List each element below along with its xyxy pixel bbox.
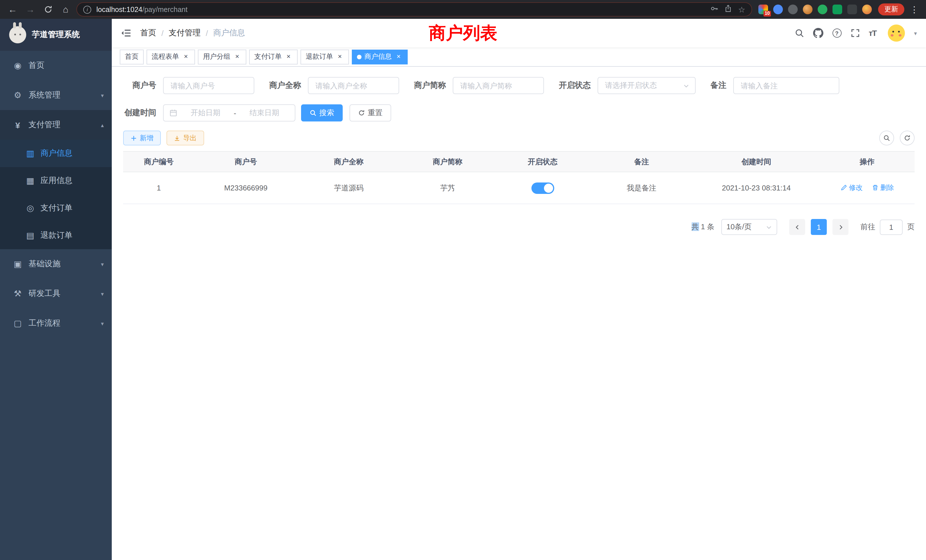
avatar[interactable]: [888, 24, 905, 42]
tab-merchant-info[interactable]: 商户信息 ×: [352, 49, 408, 64]
tab-user-group[interactable]: 用户分组 ×: [198, 49, 246, 64]
sidebar-menu: ◉ 首页 ⚙ 系统管理 ▾ ¥ 支付管理 ▴ ▥ 商户信息: [0, 51, 112, 560]
browser-update-button[interactable]: 更新: [878, 3, 904, 15]
sidebar-fold-icon[interactable]: [121, 28, 131, 38]
export-button-label: 导出: [183, 133, 197, 143]
calendar-icon: [169, 109, 177, 117]
sidebar-item-devtools[interactable]: ⚒ 研发工具 ▾: [0, 279, 112, 309]
chevron-down-icon: [766, 224, 772, 230]
extension-icon-2[interactable]: [773, 5, 783, 14]
edit-link[interactable]: 修改: [840, 183, 862, 193]
address-bar[interactable]: i localhost:1024/pay/merchant ☆: [76, 2, 752, 17]
status-toggle[interactable]: [531, 182, 554, 194]
start-date-placeholder: 开始日期: [181, 108, 230, 118]
page-content: 商户号 商户全称 商户简称 开启状态 请选择开启状态: [112, 67, 926, 560]
github-icon[interactable]: [813, 28, 823, 38]
refresh-table-button[interactable]: [900, 130, 915, 145]
extension-icon-8[interactable]: [862, 5, 872, 14]
yen-icon: ¥: [11, 120, 24, 130]
create-time-range-picker[interactable]: 开始日期 - 结束日期: [163, 104, 295, 121]
merchant-fullname-input[interactable]: [308, 77, 399, 94]
page-size-value: 10条/页: [726, 222, 752, 232]
browser-menu-icon[interactable]: ⋮: [908, 4, 920, 15]
export-button[interactable]: 导出: [166, 130, 204, 145]
extension-icon-6[interactable]: [832, 5, 842, 14]
url-text[interactable]: localhost:1024/pay/merchant: [96, 5, 706, 14]
briefcase-icon: ▢: [11, 318, 24, 328]
tab-label: 用户分组: [203, 52, 230, 62]
prev-page-button[interactable]: [789, 219, 805, 235]
tab-close-icon[interactable]: ×: [336, 53, 344, 61]
goto-page-input[interactable]: [880, 219, 903, 235]
sidebar-item-payment[interactable]: ¥ 支付管理 ▴: [0, 110, 112, 140]
cell-short-name: 芋艿: [400, 172, 495, 204]
remark-input[interactable]: [733, 77, 839, 94]
browser-home-icon[interactable]: ⌂: [59, 3, 73, 16]
select-placeholder: 请选择开启状态: [605, 80, 657, 91]
page-size-select[interactable]: 10条/页: [721, 219, 777, 235]
browser-forward-icon[interactable]: →: [23, 3, 37, 16]
password-key-icon[interactable]: [711, 5, 719, 14]
tab-close-icon[interactable]: ×: [182, 53, 190, 61]
sidebar-item-pay-order[interactable]: ◎ 支付订单: [0, 194, 112, 222]
font-size-icon[interactable]: тT: [869, 29, 876, 38]
help-icon[interactable]: ?: [832, 29, 841, 38]
extension-icon-1[interactable]: 10: [758, 5, 768, 14]
status-select[interactable]: 请选择开启状态: [598, 77, 696, 94]
page-number-1[interactable]: 1: [811, 219, 827, 235]
breadcrumb-home[interactable]: 首页: [140, 28, 156, 38]
breadcrumb-current: 商户信息: [213, 28, 245, 38]
header-search-icon[interactable]: [794, 29, 804, 38]
reset-button[interactable]: 重置: [350, 104, 391, 121]
date-separator: -: [234, 109, 236, 117]
share-icon[interactable]: [725, 5, 732, 14]
logo-avatar: [9, 26, 26, 43]
sidebar-item-system[interactable]: ⚙ 系统管理 ▾: [0, 80, 112, 110]
tab-label: 流程表单: [152, 52, 179, 62]
sidebar-item-label: 研发工具: [29, 289, 101, 299]
user-caret-down-icon[interactable]: ▾: [914, 30, 917, 36]
top-navbar: 首页 / 支付管理 / 商户信息 ?: [112, 19, 926, 47]
next-page-button[interactable]: [832, 219, 849, 235]
bookmark-star-icon[interactable]: ☆: [738, 5, 745, 14]
document-icon: ▤: [25, 230, 35, 241]
sidebar-item-label: 应用信息: [41, 176, 112, 186]
extension-icon-4[interactable]: [803, 5, 813, 14]
tab-close-icon[interactable]: ×: [395, 53, 402, 61]
fullscreen-icon[interactable]: [850, 29, 859, 38]
extension-icon-3[interactable]: [788, 5, 798, 14]
tab-home[interactable]: 首页: [120, 49, 144, 64]
app-logo[interactable]: 芋道管理系统: [0, 19, 112, 51]
tab-process-form[interactable]: 流程表单 ×: [147, 49, 195, 64]
sidebar-item-infra[interactable]: ▣ 基础设施 ▾: [0, 249, 112, 279]
tab-close-icon[interactable]: ×: [284, 53, 292, 61]
toggle-search-button[interactable]: [879, 130, 894, 145]
tab-close-icon[interactable]: ×: [233, 53, 241, 61]
merchant-no-input[interactable]: [163, 77, 254, 94]
delete-link[interactable]: 删除: [872, 183, 894, 193]
sidebar-item-app-info[interactable]: ▦ 应用信息: [0, 167, 112, 194]
navbar-actions: ? тT ▾: [794, 24, 917, 42]
sidebar-item-label: 退款订单: [41, 230, 112, 241]
sidebar-item-refund-order[interactable]: ▤ 退款订单: [0, 222, 112, 249]
browser-reload-icon[interactable]: [41, 3, 55, 16]
tab-refund-order[interactable]: 退款订单 ×: [301, 49, 349, 64]
add-button[interactable]: 新增: [123, 130, 161, 145]
filter-label: 备注: [710, 80, 726, 91]
tab-label: 支付订单: [254, 52, 282, 62]
reset-button-label: 重置: [368, 108, 383, 118]
site-info-icon[interactable]: i: [83, 5, 91, 14]
col-actions: 操作: [820, 151, 915, 172]
tools-icon: ⚒: [11, 289, 24, 299]
sidebar-item-home[interactable]: ◉ 首页: [0, 51, 112, 80]
merchant-shortname-input[interactable]: [453, 77, 544, 94]
extension-icon-7[interactable]: [847, 5, 857, 14]
search-button[interactable]: 搜索: [301, 104, 343, 121]
sidebar-item-merchant-info[interactable]: ▥ 商户信息: [0, 140, 112, 167]
browser-back-icon[interactable]: ←: [6, 3, 20, 16]
breadcrumb-payment[interactable]: 支付管理: [169, 28, 201, 38]
tab-pay-order[interactable]: 支付订单 ×: [249, 49, 298, 64]
sidebar-item-workflow[interactable]: ▢ 工作流程 ▾: [0, 309, 112, 338]
chevron-down-icon: ▾: [101, 92, 104, 98]
extension-icon-5[interactable]: [818, 5, 828, 14]
